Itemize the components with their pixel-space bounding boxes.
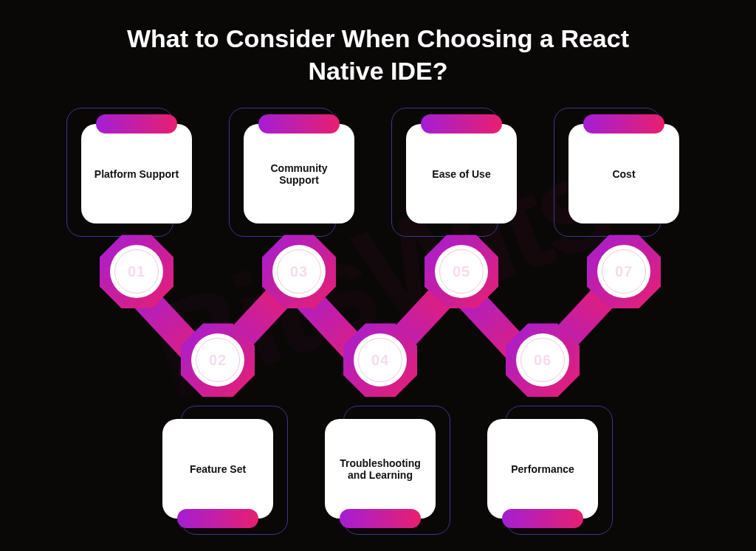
card-pill [96,114,177,134]
card-pill [177,509,258,528]
badge-ring [358,338,402,382]
diagram-container: What to Consider When Choosing a React N… [0,0,756,551]
card-pill [421,114,502,134]
badge-ring [277,249,321,294]
card-label: Platform Support [94,168,179,180]
card-feature-set: Feature Set [162,419,273,519]
badge-circle: 05 [435,245,488,298]
card-cost: Cost [568,124,679,223]
badge-05: 05 [425,235,498,308]
badge-ring [439,249,484,294]
card-pill [340,509,421,528]
card-performance: Performance [487,419,598,519]
zigzag-diagram: Platform Support Community Support Ease … [0,102,756,551]
card-pill [502,509,583,528]
badge-circle: 02 [191,333,244,387]
badge-circle: 04 [354,333,407,387]
badge-circle: 03 [272,245,326,298]
card-troubleshooting: Troubleshooting and Learning [325,419,436,519]
badge-ring [196,338,240,382]
page-title: What to Consider When Choosing a React N… [0,0,756,102]
badge-ring [520,338,565,382]
card-platform-support: Platform Support [81,124,192,223]
card-label: Ease of Use [432,168,490,180]
card-label: Cost [612,168,635,180]
badge-ring [114,249,159,294]
badge-03: 03 [262,235,336,308]
card-label: Feature Set [190,463,246,475]
card-label: Community Support [251,162,347,186]
badge-circle: 01 [110,245,163,298]
badge-04: 04 [343,323,417,397]
badge-circle: 06 [516,333,569,387]
card-pill [258,114,340,134]
card-community-support: Community Support [244,124,354,223]
badge-01: 01 [100,235,173,308]
badge-ring [602,249,646,294]
card-ease-of-use: Ease of Use [406,124,517,223]
badge-circle: 07 [597,245,650,298]
card-label: Troubleshooting and Learning [332,457,428,481]
badge-02: 02 [181,323,255,397]
card-label: Performance [511,463,574,475]
badge-06: 06 [506,323,580,397]
badge-07: 07 [587,235,661,308]
card-pill [583,114,664,134]
